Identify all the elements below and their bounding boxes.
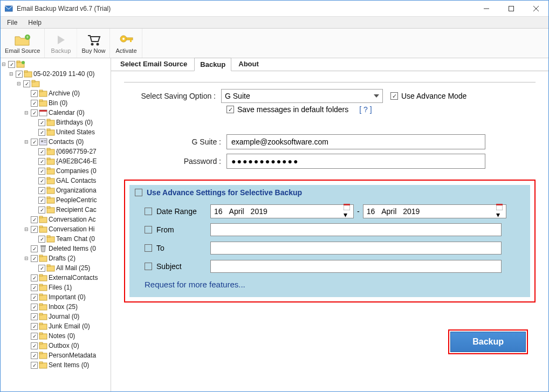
tree-checkbox[interactable]: [38, 168, 45, 175]
tab-backup[interactable]: Backup: [194, 58, 231, 71]
tree-item[interactable]: ⊟Conversation Hi: [1, 224, 111, 234]
to-input[interactable]: [210, 242, 502, 255]
tree-item[interactable]: Junk Email (0): [1, 321, 111, 331]
tree-toggle-icon[interactable]: ⊟: [1, 61, 7, 67]
tree-checkbox[interactable]: [16, 71, 23, 78]
from-input[interactable]: [210, 223, 502, 236]
from-checkbox[interactable]: [145, 226, 152, 233]
tree-item[interactable]: Deleted Items (0: [1, 244, 111, 253]
advance-settings-checkbox[interactable]: [135, 189, 142, 196]
tree-checkbox[interactable]: [38, 197, 45, 204]
tree-item[interactable]: Organizationa: [1, 185, 111, 195]
tree-checkbox[interactable]: [31, 139, 38, 146]
menu-file[interactable]: File: [7, 19, 17, 26]
tree-item[interactable]: ⊟: [1, 79, 111, 88]
tree-checkbox[interactable]: [31, 100, 38, 107]
date-to-picker[interactable]: 16 April 2019 ▾: [363, 204, 506, 218]
tree-item[interactable]: Archive (0): [1, 88, 111, 98]
tree-checkbox[interactable]: [38, 236, 45, 243]
tree-item[interactable]: ExternalContacts: [1, 273, 111, 283]
to-checkbox[interactable]: [145, 244, 152, 252]
tree-toggle-icon[interactable]: ⊟: [23, 110, 30, 115]
tree-item[interactable]: Files (1): [1, 283, 111, 292]
tree-checkbox[interactable]: [31, 342, 38, 349]
tree-checkbox[interactable]: [31, 216, 38, 223]
tree-toggle-icon[interactable]: ⊟: [23, 139, 30, 145]
tree-checkbox[interactable]: [38, 148, 45, 155]
tree-checkbox[interactable]: [38, 207, 45, 214]
backup-action-button[interactable]: Backup: [450, 332, 526, 352]
tree-item[interactable]: {A9E2BC46-E: [1, 156, 111, 166]
date-from-picker[interactable]: 16 April 2019 ▾: [210, 204, 354, 218]
subject-checkbox[interactable]: [145, 263, 152, 270]
tree-checkbox[interactable]: [38, 158, 45, 165]
password-input[interactable]: ●●●●●●●●●●●●: [227, 154, 485, 169]
tree-checkbox[interactable]: [38, 187, 45, 194]
tree-checkbox[interactable]: [31, 362, 38, 369]
tree-item[interactable]: Companies (0: [1, 166, 111, 176]
tree-item[interactable]: Team Chat (0: [1, 234, 111, 244]
tree-checkbox[interactable]: [31, 255, 38, 262]
tree-toggle-icon[interactable]: ⊟: [8, 71, 15, 77]
tree-checkbox[interactable]: [31, 304, 38, 311]
tree-item[interactable]: ⊟Calendar (0): [1, 108, 111, 118]
tree-item[interactable]: ⊟Drafts (2): [1, 253, 111, 263]
backup-button[interactable]: Backup: [45, 29, 77, 58]
tree-item[interactable]: Outbox (0): [1, 341, 111, 350]
tree-item[interactable]: Birthdays (0): [1, 118, 111, 127]
tree-item[interactable]: PersonMetadata: [1, 350, 111, 360]
tree-checkbox[interactable]: [31, 274, 38, 281]
tree-item[interactable]: PeopleCentric: [1, 195, 111, 205]
tree-item[interactable]: All Mail (25): [1, 263, 111, 273]
tree-item[interactable]: GAL Contacts: [1, 176, 111, 185]
tree-checkbox[interactable]: [38, 265, 45, 272]
tree-checkbox[interactable]: [38, 177, 45, 184]
folder-tree[interactable]: ⊟⊟05-02-2019 11-40 (0)⊟Archive (0)Bin (0…: [1, 58, 111, 391]
tree-item[interactable]: Inbox (25): [1, 302, 111, 312]
tree-item[interactable]: ⊟05-02-2019 11-40 (0): [1, 69, 111, 79]
help-link[interactable]: [ ? ]: [359, 105, 372, 114]
tree-item[interactable]: Recipient Cac: [1, 205, 111, 215]
tree-item[interactable]: ⊟Contacts (0): [1, 137, 111, 147]
more-features-link[interactable]: Request for more features...: [145, 280, 245, 289]
tree-item[interactable]: ⊟: [1, 59, 111, 69]
tree-item[interactable]: United States: [1, 127, 111, 137]
tree-toggle-icon[interactable]: ⊟: [23, 256, 30, 261]
date-range-checkbox[interactable]: [145, 208, 152, 215]
tree-checkbox[interactable]: [31, 323, 38, 330]
tree-item[interactable]: Sent Items (0): [1, 360, 111, 370]
close-button[interactable]: [524, 1, 548, 17]
tree-item[interactable]: Important (0): [1, 292, 111, 302]
minimize-button[interactable]: [474, 1, 499, 17]
gsuite-input[interactable]: [227, 134, 485, 149]
buy-now-button[interactable]: Buy Now: [77, 29, 110, 58]
tree-item[interactable]: Journal (0): [1, 312, 111, 321]
tree-checkbox[interactable]: [31, 226, 38, 233]
tree-checkbox[interactable]: [38, 129, 45, 136]
save-default-checkbox[interactable]: Save messages in default folders: [227, 105, 348, 114]
saving-option-select[interactable]: G Suite: [221, 89, 383, 103]
tree-item[interactable]: Notes (0): [1, 331, 111, 341]
tree-checkbox[interactable]: [31, 284, 38, 291]
tree-checkbox[interactable]: [38, 119, 45, 126]
tree-toggle-icon[interactable]: ⊟: [16, 81, 22, 86]
tree-checkbox[interactable]: [31, 90, 38, 97]
tab-about[interactable]: About: [232, 57, 265, 71]
tab-select-source[interactable]: Select Email Source: [114, 57, 193, 71]
tree-checkbox[interactable]: [31, 313, 38, 320]
tree-checkbox[interactable]: [31, 294, 38, 301]
tree-checkbox[interactable]: [31, 333, 38, 340]
tree-item[interactable]: {06967759-27: [1, 147, 111, 156]
use-advance-mode-checkbox[interactable]: Use Advance Mode: [390, 92, 466, 100]
menu-help[interactable]: Help: [28, 19, 42, 26]
tree-checkbox[interactable]: [31, 109, 38, 116]
tree-checkbox[interactable]: [31, 245, 38, 252]
tree-checkbox[interactable]: [31, 352, 38, 359]
tree-toggle-icon[interactable]: ⊟: [23, 226, 30, 232]
tree-item[interactable]: Bin (0): [1, 98, 111, 108]
maximize-button[interactable]: [499, 1, 524, 17]
email-source-button[interactable]: + Email Source: [1, 29, 45, 58]
tree-checkbox[interactable]: [8, 61, 15, 68]
tree-item[interactable]: Conversation Ac: [1, 215, 111, 224]
tree-checkbox[interactable]: [23, 80, 30, 87]
